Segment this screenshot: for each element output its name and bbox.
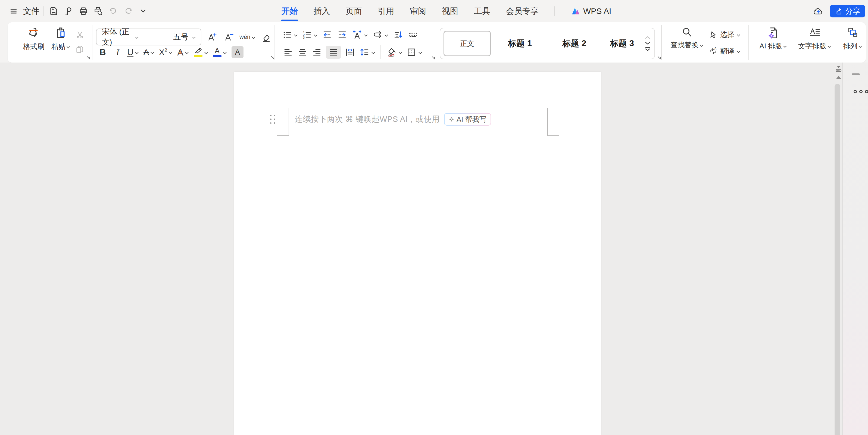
format-painter-button[interactable]: 格式刷: [21, 26, 46, 51]
styles-scroll-up-icon[interactable]: [645, 36, 651, 39]
sidebar-collapse-handle[interactable]: [852, 74, 860, 75]
style-normal[interactable]: 正文: [443, 31, 491, 56]
ribbon-subgroup-divider: [380, 45, 381, 59]
topbar: 文件 开始: [0, 0, 868, 22]
text-direction-button[interactable]: [372, 29, 389, 40]
font-size-select[interactable]: 五号: [168, 29, 201, 45]
tab-wps-ai[interactable]: WPS AI: [571, 6, 611, 16]
increase-indent-button[interactable]: [337, 29, 348, 40]
shading-button[interactable]: [386, 47, 402, 58]
underline-button[interactable]: U: [127, 48, 139, 57]
topbar-divider: [153, 6, 153, 16]
share-label: 分享: [845, 6, 860, 16]
ai-help-write-label: AI 帮我写: [457, 115, 487, 124]
copy-button[interactable]: [74, 44, 86, 55]
share-icon: [835, 7, 843, 15]
print-button[interactable]: [78, 6, 89, 17]
superscript-button[interactable]: X2: [159, 48, 173, 57]
bullet-list-button[interactable]: [282, 30, 298, 40]
sort-button[interactable]: [393, 29, 403, 40]
align-right-button[interactable]: [311, 47, 322, 58]
vertical-scrollbar-thumb[interactable]: [835, 84, 840, 435]
align-left-button[interactable]: [283, 47, 293, 58]
main-menu-button[interactable]: [8, 6, 19, 17]
save-button[interactable]: [48, 6, 59, 17]
chevron-down-icon: [192, 35, 196, 39]
borders-button[interactable]: [406, 47, 422, 58]
paste-button[interactable]: 粘贴: [49, 26, 73, 51]
font-dialog-launcher[interactable]: [270, 55, 276, 61]
character-shading-button[interactable]: A: [231, 46, 244, 58]
ai-document-icon: [767, 26, 780, 40]
highlight-color-button[interactable]: [193, 47, 208, 57]
redo-button[interactable]: [123, 6, 134, 17]
align-center-button[interactable]: [297, 47, 308, 58]
decrease-indent-button[interactable]: [322, 29, 333, 40]
tab-insert[interactable]: 插入: [314, 0, 330, 22]
topbar-divider: [43, 6, 44, 16]
bold-button[interactable]: B: [97, 48, 108, 57]
tab-stops-button[interactable]: [407, 29, 418, 40]
tab-home[interactable]: 开始: [282, 0, 298, 22]
cut-button[interactable]: [74, 29, 86, 41]
cursor-icon: [709, 30, 718, 39]
arrange-button[interactable]: 排列: [838, 26, 868, 51]
scroll-up-button[interactable]: [835, 75, 842, 79]
undo-button[interactable]: [108, 6, 119, 17]
translate-label: 翻译: [720, 47, 734, 56]
quick-access-chevron[interactable]: [138, 6, 149, 17]
italic-button[interactable]: I: [113, 48, 123, 57]
character-scale-button[interactable]: [352, 29, 368, 40]
share-button[interactable]: 分享: [830, 5, 865, 18]
style-heading-1[interactable]: 标题 1: [491, 38, 549, 49]
paragraph-drag-handle[interactable]: [270, 115, 275, 124]
font-color-button[interactable]: A: [213, 47, 227, 57]
increase-font-size-button[interactable]: [206, 31, 218, 43]
text-effects-button[interactable]: A A: [177, 48, 189, 57]
distribute-button[interactable]: [345, 47, 355, 58]
print-preview-button[interactable]: [93, 6, 104, 17]
font-name-select[interactable]: 宋体 (正文): [96, 27, 168, 47]
style-heading-3[interactable]: 标题 3: [599, 38, 645, 49]
styles-more-icon[interactable]: [645, 47, 651, 51]
numbered-list-button[interactable]: 123: [302, 30, 318, 40]
ai-layout-button[interactable]: AI 排版: [755, 26, 792, 51]
highlighter-icon: [193, 47, 203, 54]
strikethrough-button[interactable]: A: [144, 48, 154, 56]
styles-scroll-down-icon[interactable]: [645, 41, 651, 45]
find-replace-label: 查找替换: [671, 40, 699, 50]
ai-help-write-button[interactable]: ✧ AI 帮我写: [444, 113, 491, 125]
justify-button[interactable]: [326, 46, 341, 59]
tab-references[interactable]: 引用: [378, 0, 394, 22]
right-strip: [843, 62, 868, 435]
tab-tools[interactable]: 工具: [474, 0, 490, 22]
find-replace-button[interactable]: 查找替换: [666, 26, 707, 50]
ribbon: 格式刷 粘贴 宋体 (正文): [8, 22, 866, 62]
ruler-toggle-button[interactable]: [835, 65, 842, 73]
chevron-down-icon: [223, 50, 227, 54]
clear-format-button[interactable]: [260, 31, 272, 43]
export-pdf-button[interactable]: [63, 6, 74, 17]
tab-page[interactable]: 页面: [346, 0, 362, 22]
tab-membership[interactable]: 会员专享: [506, 0, 539, 22]
file-menu[interactable]: 文件: [23, 6, 39, 17]
ribbon-group-divider: [661, 25, 662, 60]
paragraph-dialog-launcher[interactable]: [431, 55, 436, 61]
style-heading-2[interactable]: 标题 2: [549, 38, 599, 49]
cloud-upload-button[interactable]: [813, 6, 824, 17]
arrange-label: 排列: [843, 41, 858, 51]
pinyin-guide-button[interactable]: wén: [240, 33, 255, 40]
chevron-down-icon: [371, 50, 375, 54]
line-spacing-button[interactable]: [359, 47, 375, 58]
document-page[interactable]: [234, 72, 601, 435]
more-tools-button[interactable]: [854, 90, 868, 93]
select-label: 选择: [720, 30, 734, 39]
tab-review[interactable]: 审阅: [410, 0, 426, 22]
tab-view[interactable]: 视图: [442, 0, 458, 22]
decrease-font-size-button[interactable]: [223, 31, 235, 43]
font-size-value: 五号: [174, 32, 189, 42]
translate-button[interactable]: A 翻译: [708, 46, 741, 56]
text-layout-button[interactable]: 文字排版: [794, 26, 835, 51]
select-button[interactable]: 选择: [709, 30, 741, 39]
clipboard-dialog-launcher[interactable]: [86, 55, 92, 61]
